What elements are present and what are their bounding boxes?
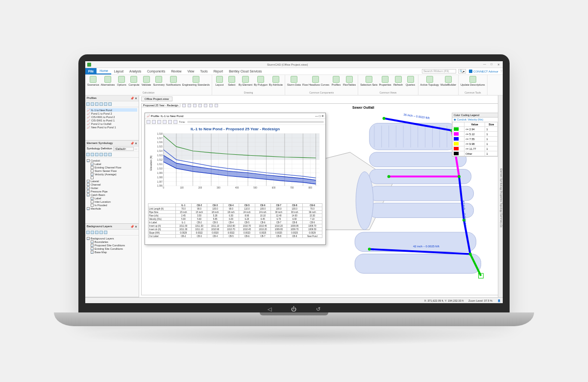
tree-checkbox[interactable] bbox=[91, 173, 94, 176]
tree-checkbox[interactable] bbox=[91, 240, 94, 243]
tab-review[interactable]: Review bbox=[168, 68, 184, 74]
profile-item[interactable]: 📈New Pond to Pond 1 bbox=[87, 125, 137, 129]
ribbon-search-go[interactable]: 🔍▾ bbox=[458, 69, 466, 73]
tree-checkbox[interactable] bbox=[87, 159, 90, 162]
tree-item[interactable]: Storm Sewer Flow bbox=[87, 169, 137, 172]
background-tb-icon[interactable] bbox=[86, 231, 90, 234]
tree-checkbox[interactable] bbox=[91, 169, 94, 172]
tree-item[interactable]: Base Map bbox=[87, 250, 137, 254]
profile-tb-icon[interactable] bbox=[152, 120, 156, 124]
tree-checkbox[interactable] bbox=[91, 251, 94, 254]
tree-item[interactable]: Gutter bbox=[87, 186, 137, 190]
ribbon-compute-button[interactable]: Compute bbox=[128, 76, 139, 86]
tab-tools[interactable]: Tools bbox=[197, 68, 210, 74]
ribbon-engineering-standards-button[interactable]: Engineering Standards bbox=[182, 76, 210, 86]
profile-item[interactable]: 📈CIS-SW1 to Pond 1 bbox=[87, 119, 137, 122]
tree-item[interactable]: Label bbox=[87, 196, 137, 200]
background-tb-icon[interactable] bbox=[91, 231, 94, 234]
ribbon-flextables-button[interactable]: FlexTables bbox=[343, 76, 356, 86]
tree-checkbox[interactable] bbox=[91, 166, 94, 169]
symbology-panel-pin-icon[interactable]: 📌 ✕ bbox=[130, 142, 137, 145]
ribbon-notifications-button[interactable]: Notifications bbox=[166, 76, 181, 86]
close-button[interactable]: ✕ bbox=[496, 63, 501, 66]
ribbon-refresh-button[interactable]: Refresh bbox=[393, 76, 404, 86]
ribbon-storm-data-button[interactable]: Storm Data bbox=[287, 76, 301, 86]
ribbon-by-attribute-button[interactable]: By Attribute bbox=[269, 76, 283, 86]
profiles-copy-icon[interactable] bbox=[104, 102, 107, 106]
tree-item[interactable]: Channel bbox=[87, 183, 137, 186]
background-panel-pin-icon[interactable]: 📌 ✕ bbox=[130, 225, 137, 228]
tree-item[interactable]: Background Layers bbox=[87, 237, 137, 240]
drawing-area[interactable]: Office Project.stsw Proposed 25 Year - R… bbox=[139, 96, 503, 297]
tree-checkbox[interactable] bbox=[87, 207, 90, 210]
profile-window[interactable]: 📈 Profile: IL-1 to New Pond — □ ✕ bbox=[145, 113, 326, 245]
right-docked-tabs[interactable]: Element Symbology Properties Topology Su… bbox=[498, 96, 503, 297]
profile-tb-icon[interactable] bbox=[173, 120, 177, 124]
ribbon-update-descriptions-button[interactable]: Update Descriptions bbox=[461, 76, 485, 86]
profile-item[interactable]: 📈Pond 2 to Outfall bbox=[87, 122, 137, 125]
tree-item[interactable]: Is Flooded bbox=[87, 203, 137, 207]
tab-components[interactable]: Components bbox=[144, 68, 168, 74]
profile-tb-icon[interactable] bbox=[168, 120, 172, 124]
tree-checkbox[interactable] bbox=[87, 180, 90, 183]
ribbon-search-input[interactable]: Search Ribbon (F3) bbox=[422, 69, 456, 73]
ribbon-profiles-button[interactable]: Profiles bbox=[331, 76, 342, 86]
profile-max-button[interactable]: □ bbox=[319, 115, 321, 118]
ribbon-properties-button[interactable]: Properties bbox=[379, 76, 391, 86]
tree-checkbox[interactable] bbox=[91, 244, 94, 247]
tree-item[interactable]: Label bbox=[87, 162, 137, 166]
ribbon-selection-sets-button[interactable]: Selection Sets bbox=[360, 76, 377, 86]
profiles-refresh-icon[interactable] bbox=[108, 102, 112, 106]
profiles-panel-pin-icon[interactable]: 📌 ✕ bbox=[130, 96, 137, 100]
ribbon-by-element-button[interactable]: By Element bbox=[239, 76, 252, 86]
ribbon-layout-button[interactable]: Layout bbox=[214, 76, 225, 86]
profile-item[interactable]: 📈IL-1 to New Pond bbox=[87, 108, 137, 112]
ribbon-active-topology-button[interactable]: Active Topology bbox=[420, 76, 439, 86]
ribbon-summary-button[interactable]: Summary bbox=[153, 76, 165, 86]
ribbon-options-button[interactable]: Options bbox=[116, 76, 127, 86]
ribbon-validate-button[interactable]: Validate bbox=[141, 76, 152, 86]
tree-item[interactable]: Inlet Location bbox=[87, 200, 137, 203]
tab-file[interactable]: File bbox=[85, 68, 97, 74]
symbology-tb-icon[interactable] bbox=[95, 153, 98, 156]
tree-item[interactable]: Proposed Site Conditions bbox=[87, 243, 137, 247]
map-canvas[interactable]: Sewer Outfall bbox=[141, 103, 501, 295]
tree-item[interactable]: Catch Basin bbox=[87, 193, 137, 196]
maximize-button[interactable]: □ bbox=[489, 63, 494, 66]
profiles-rename-icon[interactable] bbox=[95, 102, 98, 106]
ribbon-queries-button[interactable]: Queries bbox=[405, 76, 416, 86]
ribbon-select-button[interactable]: Select bbox=[226, 76, 237, 86]
profiles-new-icon[interactable] bbox=[86, 102, 90, 106]
symbology-definition-browse[interactable]: … bbox=[135, 147, 138, 151]
background-tb-icon[interactable] bbox=[99, 231, 103, 234]
background-tb-icon[interactable] bbox=[95, 231, 98, 234]
document-tab[interactable]: Office Project.stsw bbox=[141, 96, 172, 101]
tree-checkbox[interactable] bbox=[91, 163, 94, 166]
symbology-tb-icon[interactable] bbox=[108, 153, 112, 156]
tree-checkbox[interactable] bbox=[91, 247, 94, 250]
profile-close-button[interactable]: ✕ bbox=[321, 115, 324, 118]
profile-tb-icon[interactable] bbox=[163, 120, 167, 124]
tree-item[interactable]: Existing Site Conditions bbox=[87, 247, 137, 250]
symbology-tb-icon[interactable] bbox=[86, 153, 90, 156]
tree-checkbox[interactable] bbox=[87, 190, 90, 193]
status-user-icon[interactable]: 👤 bbox=[497, 299, 501, 302]
ribbon-scenarios-button[interactable]: Scenarios bbox=[87, 76, 99, 86]
profile-tb-icon[interactable] bbox=[147, 120, 150, 124]
tab-report[interactable]: Report bbox=[211, 68, 226, 74]
tree-item[interactable]: Conduit bbox=[87, 159, 137, 162]
tree-checkbox[interactable] bbox=[91, 197, 94, 200]
minimize-button[interactable]: — bbox=[482, 63, 487, 66]
tree-checkbox[interactable] bbox=[87, 187, 90, 190]
tree-checkbox[interactable] bbox=[91, 200, 94, 203]
tab-bentley-cloud[interactable]: Bentley Cloud Services bbox=[226, 68, 265, 74]
tree-item[interactable]: Boundaries bbox=[87, 240, 137, 243]
tree-item[interactable]: Existing Channel Flow bbox=[87, 166, 137, 169]
profiles-view-icon[interactable] bbox=[99, 102, 103, 106]
tree-item[interactable]: Manhole bbox=[87, 207, 137, 210]
background-tb-icon[interactable] bbox=[104, 231, 107, 234]
profile-item[interactable]: 📈Pond 1 to Pond 2 bbox=[87, 112, 137, 115]
tree-checkbox[interactable] bbox=[87, 183, 90, 186]
symbology-tb-icon[interactable] bbox=[99, 153, 103, 156]
tab-layout[interactable]: Layout bbox=[111, 68, 127, 74]
